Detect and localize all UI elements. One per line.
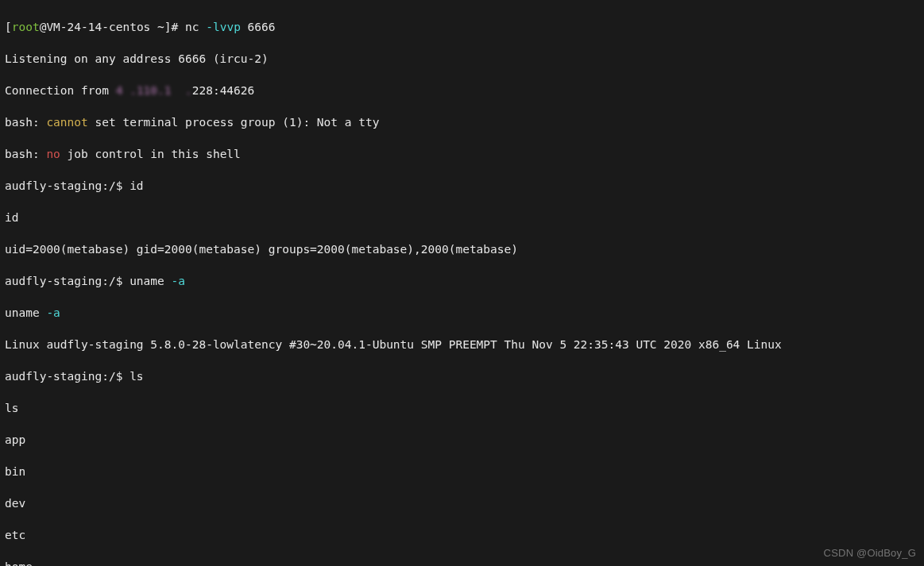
line-echo-id: id <box>5 210 919 225</box>
watermark: CSDN @OidBoy_G <box>824 545 916 561</box>
line-listening: Listening on any address 6666 (ircu-2) <box>5 51 919 67</box>
line-prompt-id: audfly-staging:/$ id <box>5 178 919 194</box>
line-uname-output: Linux audfly-staging 5.8.0-28-lowlatency… <box>5 337 919 352</box>
line-bash-warn-2: bash: no job control in this shell <box>5 146 919 162</box>
redacted-ip: 4 .110.1 . <box>116 84 192 97</box>
ls-output-row: etc <box>5 527 919 543</box>
line-bash-warn-1: bash: cannot set terminal process group … <box>5 114 919 130</box>
ls-output-row: bin <box>5 464 919 479</box>
ls-output-row: app <box>5 432 919 448</box>
line-nc-command: [root@VM-24-14-centos ~]# nc -lvvp 6666 <box>5 19 919 35</box>
terminal[interactable]: [root@VM-24-14-centos ~]# nc -lvvp 6666 … <box>0 0 924 566</box>
line-prompt-uname: audfly-staging:/$ uname -a <box>5 273 919 289</box>
line-connection: Connection from 4 .110.1 .228:44626 <box>5 83 919 98</box>
ls-output-row: home <box>5 559 919 566</box>
ls-output-row: dev <box>5 495 919 511</box>
ls-output-row: ls <box>5 400 919 416</box>
line-prompt-ls: audfly-staging:/$ ls <box>5 368 919 384</box>
line-id-output: uid=2000(metabase) gid=2000(metabase) gr… <box>5 241 919 257</box>
line-echo-uname: uname -a <box>5 305 919 321</box>
